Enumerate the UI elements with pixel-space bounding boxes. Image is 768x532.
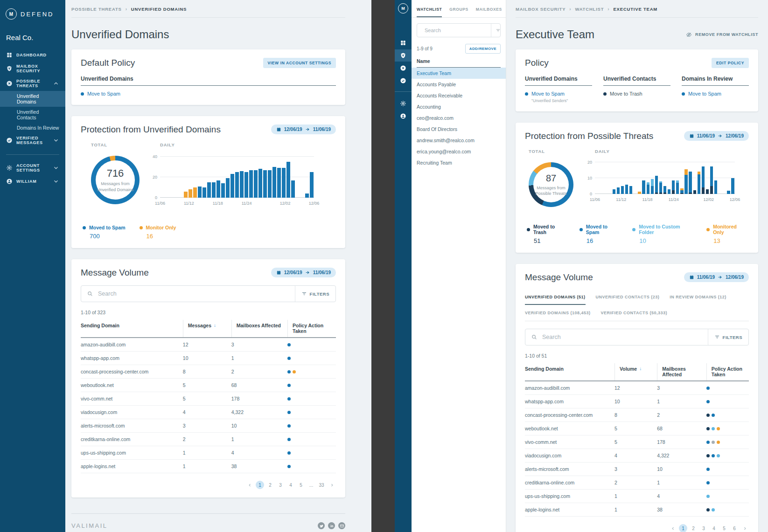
search-input[interactable] [98, 290, 295, 297]
column-header[interactable]: Mailboxes Affected [231, 320, 287, 337]
breadcrumb-item[interactable]: WATCHLIST [575, 7, 604, 12]
pagination-page[interactable]: 5 [297, 481, 305, 489]
column-header[interactable]: Messages↓ [183, 320, 231, 337]
pagination-page[interactable]: 2 [266, 481, 274, 489]
watchlist-item[interactable]: erica.young@realco.com [412, 146, 506, 157]
date-range-chip[interactable]: 12/06/19 11/06/19 [271, 124, 336, 134]
pagination-page[interactable]: ... [307, 481, 315, 489]
sidebar-item-dashboard[interactable]: DASHBOARD [0, 49, 65, 61]
watchlist-item[interactable]: Accounts Payable [412, 79, 506, 90]
table-row[interactable]: vivo-comm.net5178 [81, 392, 336, 406]
table-row[interactable]: vivo-comm.net5178 [525, 435, 749, 449]
tab-in-review-domains-12-[interactable]: IN REVIEW DOMAINS (12) [670, 289, 726, 305]
table-row[interactable]: amazon-audibill.com123 [525, 381, 749, 395]
sidebar-subitem-unverified-domains[interactable]: Unverified Domains [0, 91, 65, 107]
add-remove-button[interactable]: ADD/REMOVE [465, 44, 501, 54]
pagination-page[interactable]: 1 [256, 481, 264, 489]
watchlist-item[interactable]: Accounting [412, 101, 506, 112]
pagination-page[interactable]: 6 [730, 524, 739, 532]
sidebar-item-verified-messages[interactable]: VERIFIED MESSAGES [0, 133, 65, 148]
table-row[interactable]: alerts-microsoft.com310 [525, 463, 749, 476]
table-row[interactable]: weboutlook.net568 [81, 379, 336, 392]
table-row[interactable]: creditkarna-online.com21 [525, 476, 749, 490]
rail-item-user-icon[interactable] [395, 110, 412, 122]
column-header[interactable]: Mailboxes Affected [657, 363, 706, 380]
twitter-icon[interactable] [318, 522, 325, 529]
tab-verified-contacts-50-333-[interactable]: VERIFIED CONTACTS (50,333) [601, 305, 667, 321]
brand-row[interactable]: M DEFEND [0, 5, 65, 23]
column-header[interactable]: Volume↓ [614, 363, 657, 380]
remove-from-watchlist-button[interactable]: REMOVE FROM WATCHLIST [686, 32, 758, 38]
rail-item-dashboard-grid-icon[interactable] [395, 37, 412, 49]
watchlist-item[interactable]: Executive Team [412, 68, 506, 79]
pagination-page[interactable]: 3 [276, 481, 285, 489]
pagination-prev[interactable] [669, 524, 677, 532]
tab-mailboxes[interactable]: MAILBOXES [476, 0, 502, 17]
table-row[interactable]: concast-processing-center.com82 [81, 365, 336, 379]
breadcrumb-item[interactable]: UNVERIFIED DOMAINS [131, 7, 187, 12]
table-row[interactable]: whatspp-app.com101 [525, 395, 749, 408]
edit-policy-button[interactable]: EDIT POLICY [712, 58, 749, 68]
watchlist-filter-button[interactable] [491, 24, 505, 37]
table-row[interactable]: alerts-microsoft.com310 [81, 419, 336, 433]
search-input[interactable] [542, 334, 708, 340]
watchlist-item[interactable]: Board Of Directors [412, 124, 506, 135]
table-row[interactable]: creditkarna-online.com21 [81, 433, 336, 446]
tab-unverified-contacts-23-[interactable]: UNVERIFIED CONTACTS (23) [596, 289, 660, 305]
rail-item-shield-icon[interactable] [395, 49, 412, 62]
pagination-next[interactable] [328, 481, 336, 489]
table-row[interactable]: apple-logins.net138 [81, 460, 336, 473]
date-range-chip[interactable]: 11/06/19 12/06/19 [684, 272, 749, 282]
pagination-next[interactable] [740, 524, 749, 532]
breadcrumb-item[interactable]: EXECUTIVE TEAM [613, 7, 657, 12]
rail-item-threat-circle-icon[interactable] [395, 62, 412, 74]
date-range-chip[interactable]: 12/06/19 11/06/19 [271, 268, 336, 277]
email-icon[interactable] [338, 522, 345, 529]
filters-button[interactable]: FILTERS [708, 329, 748, 345]
watchlist-search-input[interactable] [425, 28, 491, 33]
table-row[interactable]: concast-processing-center.com82 [525, 408, 749, 422]
column-header[interactable]: Sending Domain [81, 320, 183, 337]
pagination-page[interactable]: 2 [689, 524, 698, 532]
tab-groups[interactable]: GROUPS [449, 0, 468, 17]
sidebar-item-william[interactable]: WILLIAM [0, 175, 65, 187]
table-row[interactable]: apple-logins.net138 [525, 503, 749, 517]
sidebar-subitem-unverified-contacts[interactable]: Unverified Contacts [0, 107, 65, 123]
watchlist-item[interactable]: andrew.smith@realco.com [412, 135, 506, 146]
pagination-page[interactable]: 5 [720, 524, 728, 532]
valimail-logo-icon[interactable]: M [398, 3, 408, 14]
column-header[interactable]: Sending Domain [525, 363, 614, 380]
pagination-page[interactable]: 4 [286, 481, 295, 489]
sidebar-item-mailbox-security[interactable]: MAILBOX SECURITY [0, 61, 65, 76]
watchlist-item[interactable]: Recruiting Team [412, 157, 506, 168]
tab-watchlist[interactable]: WATCHLIST [417, 0, 442, 17]
pagination-page[interactable]: 3 [699, 524, 708, 532]
pagination-page[interactable]: 1 [679, 524, 687, 532]
filters-button[interactable]: FILTERS [295, 286, 335, 302]
sidebar-item-possible-threats[interactable]: POSSIBLE THREATS [0, 76, 65, 91]
sidebar-subitem-domains-in-review[interactable]: Domains In Review [0, 123, 65, 133]
rail-item-check-circle-icon[interactable] [395, 75, 412, 87]
watchlist-item[interactable]: Accounts Receivable [412, 90, 506, 101]
watchlist-item[interactable]: ceo@realco.com [412, 112, 506, 124]
linkedin-icon[interactable] [328, 522, 335, 529]
table-row[interactable]: ups-us-shipping.com14 [525, 490, 749, 503]
column-header[interactable]: Policy Action Taken [706, 363, 749, 380]
breadcrumb-item[interactable]: POSSIBLE THREATS [71, 7, 122, 12]
pagination-prev[interactable] [245, 481, 254, 489]
date-range-chip[interactable]: 11/06/19 12/06/19 [684, 131, 749, 141]
rail-item-gear-icon[interactable] [395, 97, 412, 110]
table-row[interactable]: viadocusign.com44,322 [525, 449, 749, 463]
tab-verified-domains-108-453-[interactable]: VERIFIED DOMAINS (108,453) [525, 305, 591, 321]
pagination-page[interactable]: 33 [317, 481, 326, 489]
pagination-page[interactable]: 4 [710, 524, 718, 532]
table-row[interactable]: whatspp-app.com101 [81, 352, 336, 365]
column-header[interactable]: Policy Action Taken [287, 320, 336, 337]
table-row[interactable]: ups-us-shipping.com14 [81, 446, 336, 460]
table-row[interactable]: weboutlook.net568 [525, 422, 749, 435]
tab-unverified-domains-51-[interactable]: UNVERIFIED DOMAINS (51) [525, 289, 586, 305]
sidebar-item-account-settings[interactable]: ACCOUNT SETTINGS [0, 160, 65, 175]
breadcrumb-item[interactable]: MAILBOX SECURITY [516, 7, 566, 12]
table-row[interactable]: amazon-audibill.com123 [81, 338, 336, 352]
table-row[interactable]: viadocusign.com44,322 [81, 406, 336, 419]
